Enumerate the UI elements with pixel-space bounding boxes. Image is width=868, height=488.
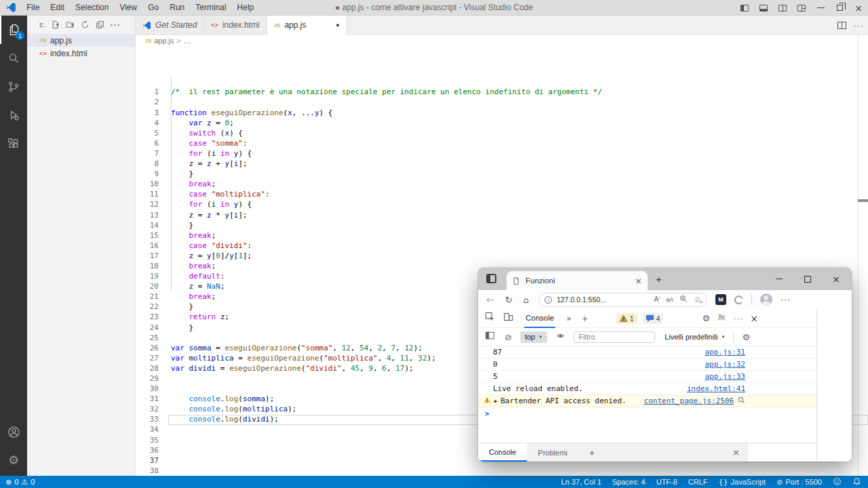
drawer-close-icon[interactable]: ×	[732, 447, 740, 458]
clear-console-icon[interactable]: ⊘	[505, 332, 512, 342]
breadcrumb-symbol[interactable]: …	[183, 37, 191, 45]
favorites-star-icon[interactable]: ☆	[694, 295, 701, 304]
code-line[interactable]: 4 var z = 0;	[136, 118, 868, 128]
drawer-tab-console[interactable]: Console	[478, 443, 527, 462]
refresh-explorer-icon[interactable]	[78, 18, 93, 32]
sidebar-item-extensions[interactable]	[0, 129, 27, 158]
source-link[interactable]: index.html:41	[687, 384, 745, 393]
minimize-button[interactable]	[811, 0, 830, 16]
devtools-close-icon[interactable]: ×	[750, 313, 758, 324]
add-tool-icon[interactable]: +	[583, 313, 588, 324]
explorer-section-label[interactable]: E.	[39, 22, 45, 28]
code-line[interactable]: 8 z = z + y[i];	[136, 159, 868, 169]
read-aloud-icon[interactable]: A)	[654, 296, 660, 303]
explorer-more-actions-icon[interactable]: ···	[108, 18, 123, 32]
restore-button[interactable]	[830, 0, 849, 16]
browser-settings-more-icon[interactable]: ···	[781, 295, 791, 304]
home-icon[interactable]: ⌂	[524, 295, 529, 305]
extension-m-icon[interactable]: M	[715, 294, 726, 305]
status-language[interactable]: {}JavaScript	[719, 478, 766, 487]
toggle-sidebar-icon[interactable]	[735, 0, 754, 16]
source-link[interactable]: app.js:33	[705, 372, 745, 381]
translate-icon[interactable]: aA	[666, 296, 673, 303]
status-indentation[interactable]: Spaces: 4	[612, 478, 646, 486]
editor-scrollbar[interactable]	[858, 35, 859, 476]
split-editor-icon[interactable]	[837, 20, 846, 32]
back-icon[interactable]: ←	[486, 294, 494, 305]
close-button[interactable]: ×	[849, 0, 868, 16]
console-row[interactable]: 0app.js:32	[478, 359, 816, 371]
more-tabs-icon[interactable]: »	[566, 314, 571, 323]
console-settings-gear-icon[interactable]: ⚙	[742, 332, 750, 342]
code-line[interactable]: 2	[136, 97, 868, 107]
new-file-icon[interactable]	[48, 18, 63, 32]
tab-close-icon[interactable]: ×	[635, 276, 642, 286]
settings-gear-icon[interactable]: ⚙	[0, 446, 27, 474]
browser-close-button[interactable]: ×	[822, 268, 850, 290]
code-line[interactable]: 38	[136, 466, 868, 476]
status-cursor-position[interactable]: Ln 37, Col 1	[561, 478, 601, 486]
customize-layout-icon[interactable]	[792, 0, 811, 16]
status-encoding[interactable]: UTF-8	[656, 478, 677, 486]
live-expression-eye-icon[interactable]	[555, 331, 566, 343]
menu-file[interactable]: File	[21, 0, 45, 16]
new-tab-icon[interactable]: +	[656, 273, 662, 285]
source-link[interactable]: app.js:32	[705, 360, 745, 369]
menu-view[interactable]: View	[114, 0, 142, 16]
issues-warning-badge[interactable]: 1	[616, 313, 637, 324]
zoom-icon[interactable]	[679, 295, 688, 304]
address-bar[interactable]: i 127.0.0.1:550... A) aA ☆	[538, 293, 707, 307]
tab-app.js[interactable]: JSapp.js●	[267, 16, 347, 35]
code-line[interactable]: 10 break;	[136, 179, 868, 189]
drawer-tab-problemi[interactable]: Problemi	[527, 443, 578, 462]
code-line[interactable]: 11 case "moltiplica":	[136, 189, 868, 199]
file-item-app.js[interactable]: JSapp.js	[27, 34, 135, 47]
menu-edit[interactable]: Edit	[45, 0, 70, 16]
drawer-add-icon[interactable]: +	[589, 447, 595, 458]
editor-more-actions-icon[interactable]: ···	[853, 20, 864, 30]
code-line[interactable]: 3function eseguiOperazione(x, ...y) {	[136, 108, 868, 118]
sidebar-item-source-control[interactable]	[0, 73, 27, 101]
console-row[interactable]: Live reload enabled.index.html:41	[478, 383, 816, 395]
code-line[interactable]: 9 }	[136, 169, 868, 179]
code-line[interactable]: 12 for (i in y) {	[136, 199, 868, 209]
browser-minimize-button[interactable]	[765, 268, 793, 290]
menu-go[interactable]: Go	[142, 0, 164, 16]
workspaces-icon[interactable]	[486, 274, 496, 283]
code-line[interactable]: 1/* il rest parameter è una notazione sp…	[136, 87, 868, 97]
collapse-folders-icon[interactable]	[93, 18, 108, 32]
inspect-element-icon[interactable]	[485, 312, 495, 325]
breadcrumb-file[interactable]: app.js	[154, 37, 174, 45]
menu-run[interactable]: Run	[164, 0, 190, 16]
profile-avatar[interactable]	[760, 293, 772, 306]
sidebar-item-explorer[interactable]: 1	[0, 16, 27, 44]
menu-help[interactable]: Help	[232, 0, 260, 16]
file-item-index.html[interactable]: <>index.html	[27, 47, 135, 60]
expand-arrow-icon[interactable]: ▶	[494, 399, 497, 404]
tab-get-started[interactable]: Get Started	[136, 16, 204, 35]
toggle-panel-icon[interactable]	[754, 0, 773, 16]
console-row[interactable]: 87app.js:31	[478, 346, 816, 359]
notifications-bell-icon[interactable]	[852, 477, 861, 487]
log-levels-selector[interactable]: Livelli predefiniti ▼	[665, 333, 725, 341]
url-text[interactable]: 127.0.0.1:550...	[557, 296, 606, 304]
scrollbar-marker[interactable]	[858, 199, 868, 202]
devtools-settings-gear-icon[interactable]: ⚙	[703, 313, 711, 323]
tab-index.html[interactable]: <>index.html	[204, 16, 267, 35]
status-live-server-port[interactable]: ⊘Port : 5500	[776, 478, 822, 487]
console-messages-badge[interactable]: 4	[643, 313, 664, 324]
menu-selection[interactable]: Selection	[70, 0, 114, 16]
breadcrumb[interactable]: JS app.js > …	[136, 35, 868, 46]
refresh-icon[interactable]: ↻	[505, 295, 513, 305]
menu-terminal[interactable]: Terminal	[190, 0, 231, 16]
feedback-icon[interactable]	[833, 477, 842, 487]
code-line[interactable]: 14 }	[136, 220, 868, 230]
console-row[interactable]: 5app.js:33	[478, 371, 816, 383]
sidebar-item-run-debug[interactable]	[0, 101, 27, 129]
console-row[interactable]: ▶Bartender API access denied.content_pag…	[478, 395, 816, 407]
people-icon[interactable]	[717, 312, 726, 325]
code-line[interactable]: 17 z = y[0]/y[1];	[136, 251, 868, 261]
console-sidebar-icon[interactable]	[485, 331, 495, 343]
source-link[interactable]: content_page.js:2506	[644, 396, 734, 405]
devtools-more-icon[interactable]: ···	[733, 314, 743, 323]
